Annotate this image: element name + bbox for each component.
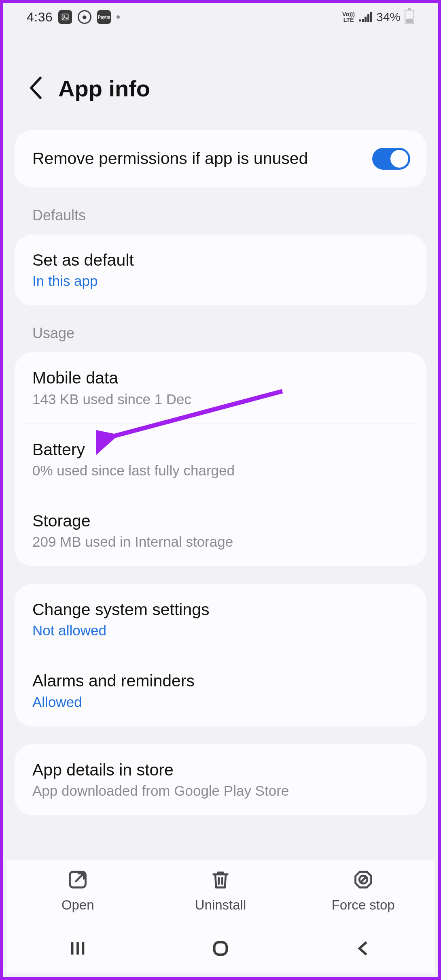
- battery-percent: 34%: [376, 10, 401, 24]
- permissions-card: Change system settings Not allowed Alarm…: [15, 584, 426, 726]
- storage-row[interactable]: Storage 209 MB used in Internal storage: [15, 495, 426, 566]
- open-label: Open: [61, 897, 94, 913]
- paytm-notification-icon: Paytm: [97, 10, 111, 24]
- remove-permissions-card: Remove permissions if app is unused: [15, 130, 426, 187]
- svg-point-1: [64, 15, 65, 17]
- home-button[interactable]: [211, 939, 230, 959]
- set-as-default-row[interactable]: Set as default In this app: [15, 234, 426, 305]
- back-icon[interactable]: [28, 77, 45, 101]
- set-as-default-subtitle: In this app: [32, 273, 409, 289]
- remove-permissions-toggle[interactable]: [372, 148, 410, 170]
- svg-rect-9: [214, 942, 227, 955]
- app-details-card: App details in store App downloaded from…: [15, 744, 426, 815]
- open-button[interactable]: Open: [7, 869, 148, 913]
- defaults-section-label: Defaults: [15, 187, 426, 234]
- status-time: 4:36: [27, 10, 53, 25]
- page-header: App info: [3, 31, 438, 130]
- app-details-title: App details in store: [32, 760, 409, 780]
- usage-card: Mobile data 143 KB used since 1 Dec Batt…: [15, 352, 426, 566]
- volte-icon: Vo))) LTE: [342, 11, 355, 23]
- remove-permissions-label: Remove permissions if app is unused: [32, 148, 372, 169]
- system-nav-bar: [6, 925, 435, 974]
- defaults-card: Set as default In this app: [15, 234, 426, 305]
- uninstall-button[interactable]: Uninstall: [150, 869, 291, 913]
- whatsapp-notification-icon: [78, 10, 91, 24]
- storage-title: Storage: [32, 511, 409, 531]
- mobile-data-row[interactable]: Mobile data 143 KB used since 1 Dec: [15, 352, 426, 423]
- alarms-reminders-title: Alarms and reminders: [32, 671, 409, 691]
- battery-icon: [405, 10, 414, 24]
- alarms-reminders-subtitle: Allowed: [32, 694, 409, 710]
- trash-icon: [210, 869, 231, 892]
- change-system-settings-title: Change system settings: [32, 599, 409, 620]
- recents-button[interactable]: [68, 939, 87, 959]
- set-as-default-title: Set as default: [32, 250, 409, 271]
- status-bar: 4:36 Paytm Vo))) LTE 34%: [3, 3, 438, 31]
- change-system-settings-subtitle: Not allowed: [32, 622, 409, 639]
- storage-subtitle: 209 MB used in Internal storage: [32, 534, 409, 550]
- mobile-data-title: Mobile data: [32, 368, 409, 388]
- battery-row[interactable]: Battery 0% used since last fully charged: [15, 424, 426, 495]
- svg-line-5: [360, 877, 366, 882]
- alarms-reminders-row[interactable]: Alarms and reminders Allowed: [15, 655, 426, 726]
- back-button[interactable]: [354, 939, 373, 959]
- force-stop-button[interactable]: Force stop: [293, 869, 434, 913]
- app-details-subtitle: App downloaded from Google Play Store: [32, 783, 409, 799]
- gallery-notification-icon: [58, 10, 72, 24]
- bottom-bar: Open Uninstall Force stop: [6, 860, 435, 974]
- change-system-settings-row[interactable]: Change system settings Not allowed: [15, 584, 426, 655]
- open-icon: [67, 869, 88, 892]
- signal-icon: [359, 12, 372, 22]
- battery-subtitle: 0% used since last fully charged: [32, 462, 409, 479]
- app-details-row[interactable]: App details in store App downloaded from…: [15, 744, 426, 815]
- page-title: App info: [58, 75, 150, 102]
- remove-permissions-row[interactable]: Remove permissions if app is unused: [15, 130, 426, 187]
- force-stop-label: Force stop: [332, 897, 395, 913]
- usage-section-label: Usage: [15, 305, 426, 352]
- stop-icon: [353, 869, 374, 892]
- uninstall-label: Uninstall: [195, 897, 246, 913]
- battery-title: Battery: [32, 439, 409, 460]
- mobile-data-subtitle: 143 KB used since 1 Dec: [32, 391, 409, 407]
- more-notifications-icon: [117, 15, 120, 19]
